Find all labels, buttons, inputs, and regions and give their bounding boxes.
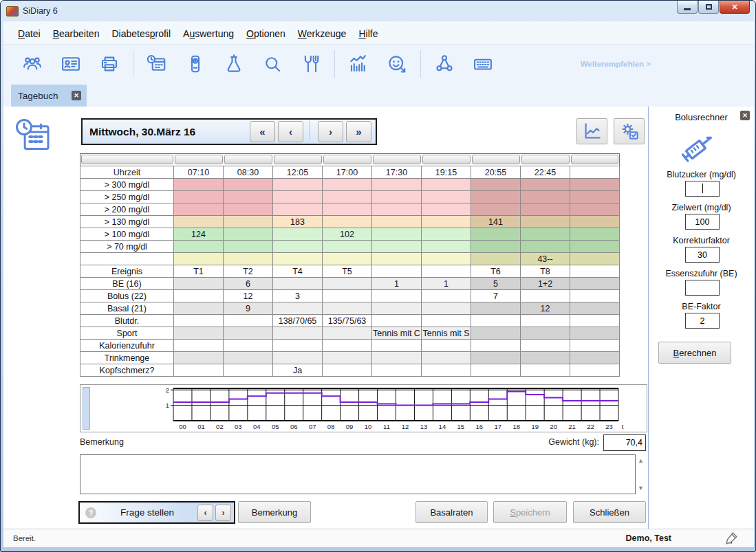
diary-cell[interactable] xyxy=(521,352,570,364)
diary-cell[interactable] xyxy=(174,352,224,364)
contact-card-icon[interactable] xyxy=(59,52,83,76)
diary-cell[interactable] xyxy=(174,364,224,377)
diary-cell[interactable] xyxy=(570,265,620,278)
next-week-button[interactable]: » xyxy=(346,121,371,142)
weiterempfehlen-link[interactable]: Weiterempfehlen > xyxy=(581,60,651,68)
scroll-up-icon[interactable]: ▲ xyxy=(638,457,644,464)
menu-item-datei[interactable]: Datei xyxy=(12,25,47,42)
diary-cell[interactable] xyxy=(273,203,323,216)
diary-cell[interactable] xyxy=(323,290,372,302)
diary-cell[interactable] xyxy=(570,179,620,191)
diary-cell[interactable]: Tennis mit C xyxy=(372,327,422,340)
diary-cell[interactable] xyxy=(422,179,471,191)
diary-cell[interactable] xyxy=(570,290,620,302)
diary-cell[interactable] xyxy=(323,327,372,340)
diary-cell[interactable] xyxy=(471,340,521,352)
calendar-clock-icon[interactable] xyxy=(145,52,169,76)
diary-cell[interactable] xyxy=(471,228,521,241)
basalraten-button[interactable]: Basalraten xyxy=(415,501,488,523)
diary-cell[interactable] xyxy=(323,216,372,228)
diary-cell[interactable] xyxy=(224,253,273,265)
diary-cell[interactable] xyxy=(323,352,372,364)
menu-item-hilfe[interactable]: Hilfe xyxy=(352,25,384,42)
zielwert-input[interactable] xyxy=(685,214,720,230)
diary-cell[interactable] xyxy=(174,179,224,191)
diary-cell[interactable] xyxy=(273,340,323,352)
diary-cell[interactable] xyxy=(323,179,372,191)
diary-cell[interactable] xyxy=(471,253,521,265)
diary-cell[interactable]: 5 xyxy=(471,278,521,290)
diary-cell[interactable] xyxy=(273,327,323,340)
time-cell[interactable]: 22:45 xyxy=(521,166,570,179)
prev-day-button[interactable]: ‹ xyxy=(278,121,303,142)
essenszufuhr-input[interactable] xyxy=(685,280,720,296)
diary-cell[interactable] xyxy=(323,302,372,315)
time-cell[interactable]: 19:15 xyxy=(422,166,471,179)
diary-cell[interactable] xyxy=(224,315,273,327)
time-cell[interactable]: 12:05 xyxy=(273,166,323,179)
diary-cell[interactable] xyxy=(174,290,224,302)
diary-cell[interactable] xyxy=(323,203,372,216)
diary-cell[interactable] xyxy=(224,216,273,228)
diary-cell[interactable]: T1 xyxy=(174,265,224,278)
diary-cell[interactable] xyxy=(372,191,422,203)
diary-cell[interactable] xyxy=(372,364,422,377)
diary-cell[interactable] xyxy=(570,228,620,241)
keyboard-icon[interactable] xyxy=(471,52,495,76)
diary-cell[interactable]: 6 xyxy=(224,278,273,290)
remark-textarea[interactable] xyxy=(80,454,636,494)
diary-cell[interactable] xyxy=(323,364,372,377)
diary-cell[interactable] xyxy=(521,290,570,302)
time-cell[interactable]: 08:30 xyxy=(224,166,273,179)
diary-cell[interactable]: T8 xyxy=(521,265,570,278)
diary-cell[interactable] xyxy=(174,216,224,228)
diary-cell[interactable] xyxy=(372,290,422,302)
menu-item-bearbeiten[interactable]: Bearbeiten xyxy=(47,25,106,42)
diary-cell[interactable] xyxy=(422,228,471,241)
column-header-button[interactable] xyxy=(175,155,223,164)
diary-cell[interactable] xyxy=(471,203,521,216)
diary-cell[interactable] xyxy=(471,191,521,203)
diary-cell[interactable] xyxy=(422,340,471,352)
diary-cell[interactable] xyxy=(174,340,224,352)
diary-cell[interactable] xyxy=(174,203,224,216)
frage-next-button[interactable]: › xyxy=(215,505,231,521)
scroll-down-icon[interactable]: ▼ xyxy=(638,485,644,492)
diary-cell[interactable] xyxy=(273,228,323,241)
diary-cell[interactable] xyxy=(521,327,570,340)
diary-cell[interactable] xyxy=(372,216,422,228)
diary-cell[interactable]: 7 xyxy=(471,290,521,302)
diary-cell[interactable] xyxy=(521,228,570,241)
diary-cell[interactable] xyxy=(422,302,471,315)
column-header-button[interactable] xyxy=(323,155,371,164)
diary-cell[interactable] xyxy=(471,327,521,340)
diary-cell[interactable] xyxy=(224,179,273,191)
diary-cell[interactable] xyxy=(174,302,224,315)
diary-cell[interactable]: T6 xyxy=(471,265,521,278)
diary-cell[interactable] xyxy=(224,228,273,241)
frage-prev-button[interactable]: ‹ xyxy=(197,505,213,521)
diary-cell[interactable] xyxy=(372,241,422,253)
diary-cell[interactable]: 124 xyxy=(174,228,224,241)
diary-cell[interactable] xyxy=(471,315,521,327)
diary-cell[interactable]: 12 xyxy=(521,302,570,315)
diary-cell[interactable] xyxy=(422,315,471,327)
diary-cell[interactable] xyxy=(422,191,471,203)
diary-cell[interactable] xyxy=(174,253,224,265)
chart-view-button[interactable] xyxy=(576,118,607,144)
diary-cell[interactable]: 102 xyxy=(323,228,372,241)
diary-cell[interactable] xyxy=(224,340,273,352)
printer-icon[interactable] xyxy=(98,52,121,76)
diary-cell[interactable]: 12 xyxy=(224,290,273,302)
column-header-button[interactable] xyxy=(422,155,471,164)
diary-cell[interactable] xyxy=(174,191,224,203)
diary-cell[interactable] xyxy=(323,253,372,265)
diary-cell[interactable]: 138/70/65 xyxy=(273,315,323,327)
diary-cell[interactable] xyxy=(471,364,521,377)
column-header-button[interactable] xyxy=(224,155,272,164)
diary-cell[interactable] xyxy=(224,191,273,203)
diary-cell[interactable] xyxy=(372,352,422,364)
column-header-button[interactable] xyxy=(274,155,322,164)
diary-cell[interactable] xyxy=(224,352,273,364)
diary-cell[interactable] xyxy=(570,364,620,377)
